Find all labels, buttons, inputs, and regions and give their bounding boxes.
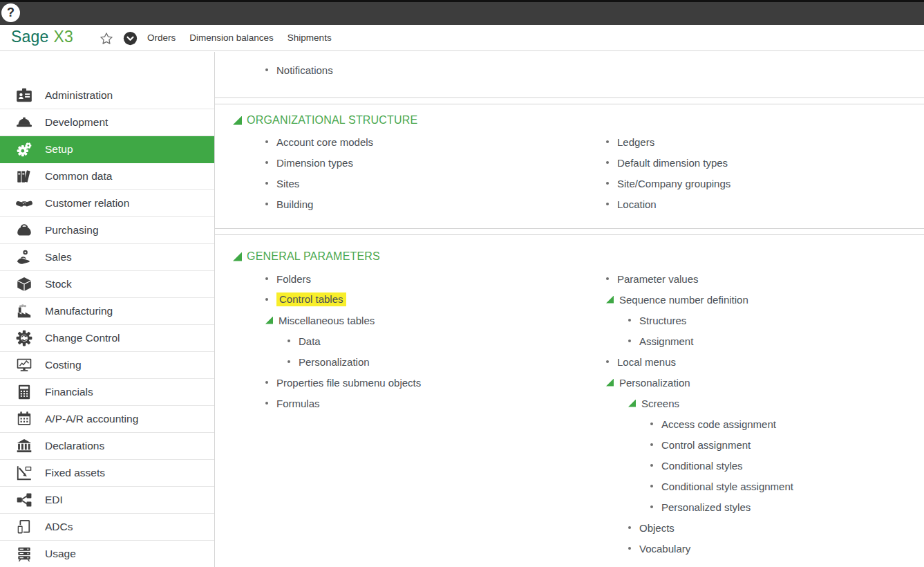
menu-item-properties-file-submenu-objects[interactable]: Properties file submenu objects bbox=[265, 372, 597, 393]
favorites-star-icon[interactable] bbox=[99, 31, 114, 46]
chart-monitor-icon bbox=[14, 355, 35, 375]
expanded-triangle-icon[interactable] bbox=[606, 296, 614, 304]
expanded-triangle-icon[interactable] bbox=[233, 252, 242, 261]
menu-item-data[interactable]: Data bbox=[265, 331, 597, 351]
sidebar-item-development[interactable]: Development bbox=[0, 109, 214, 136]
menu-item-control-tables[interactable]: Control tables bbox=[265, 289, 597, 310]
server-stack-icon bbox=[14, 544, 35, 564]
menu-item-label: Structures bbox=[639, 315, 686, 326]
sidebar-item-stock[interactable]: Stock bbox=[0, 271, 214, 298]
sidebar-item-adcs[interactable]: ADCs bbox=[0, 514, 214, 541]
expanded-triangle-icon[interactable] bbox=[628, 400, 636, 407]
id-badge-icon bbox=[14, 86, 35, 105]
menu-item-sites[interactable]: Sites bbox=[265, 173, 597, 194]
sidebar-item-change-control[interactable]: Change Control bbox=[0, 325, 214, 352]
calendar-icon bbox=[14, 409, 35, 429]
section-column-right: LedgersDefault dimension typesSite/Compa… bbox=[606, 131, 924, 214]
sidebar-item-label: Sales bbox=[45, 251, 72, 263]
sidebar-item-sales[interactable]: Sales bbox=[0, 244, 214, 271]
menu-item-ledgers[interactable]: Ledgers bbox=[606, 131, 924, 152]
sidebar-item-manufacturing[interactable]: Manufacturing bbox=[0, 298, 214, 325]
nav-link-orders[interactable]: Orders bbox=[147, 32, 176, 43]
hard-hat-icon bbox=[14, 113, 35, 132]
bullet-icon bbox=[606, 203, 609, 205]
chevron-down-circle-icon[interactable] bbox=[123, 31, 138, 46]
menu-item-personalized-styles[interactable]: Personalized styles bbox=[606, 496, 924, 517]
section-header-organizational-structure[interactable]: ORGANIZATIONAL STRUCTURE bbox=[215, 113, 924, 128]
sidebar-item-setup[interactable]: Setup bbox=[0, 136, 214, 163]
menu-item-label: Account core models bbox=[276, 136, 373, 148]
menu-item-objects[interactable]: Objects bbox=[606, 517, 924, 538]
bullet-icon bbox=[628, 340, 631, 342]
menu-item-label: Properties file submenu objects bbox=[276, 377, 421, 389]
menu-item-label: Data bbox=[299, 335, 321, 347]
menu-item-account-core-models[interactable]: Account core models bbox=[265, 131, 597, 152]
menu-item-access-code-assignment[interactable]: Access code assignment bbox=[606, 413, 924, 434]
menu-item-local-menus[interactable]: Local menus bbox=[606, 351, 924, 372]
help-button[interactable]: ? bbox=[1, 3, 20, 22]
sidebar-item-a-p-a-r-accounting[interactable]: A/P-A/R accounting bbox=[0, 406, 214, 433]
menu-item-structures[interactable]: Structures bbox=[606, 310, 924, 331]
menu-item-vocabulary[interactable]: Vocabulary bbox=[606, 538, 924, 559]
nav-link-shipments[interactable]: Shipments bbox=[287, 32, 332, 43]
bullet-icon bbox=[650, 443, 653, 446]
menu-item-site-company-groupings[interactable]: Site/Company groupings bbox=[606, 173, 924, 194]
sidebar-item-fixed-assets[interactable]: Fixed assets bbox=[0, 460, 214, 487]
menu-item-folders[interactable]: Folders bbox=[265, 268, 597, 289]
bullet-icon bbox=[606, 277, 609, 280]
menu-item-label: Personalized styles bbox=[661, 501, 751, 513]
section-header-general-parameters[interactable]: GENERAL PARAMETERS bbox=[215, 249, 924, 264]
section-partial: Notifications bbox=[215, 52, 924, 98]
sidebar-item-usage[interactable]: Usage bbox=[0, 541, 214, 567]
menu-item-label: Folders bbox=[276, 273, 311, 285]
sidebar-item-financials[interactable]: Financials bbox=[0, 379, 214, 406]
menu-item-dimension-types[interactable]: Dimension types bbox=[265, 152, 597, 173]
bullet-icon bbox=[287, 360, 290, 363]
menu-item-label: Site/Company groupings bbox=[617, 178, 730, 189]
box-icon bbox=[14, 275, 35, 294]
sidebar-item-edi[interactable]: EDI bbox=[0, 487, 214, 514]
partial-section-items: Notifications bbox=[265, 59, 597, 80]
expanded-triangle-icon[interactable] bbox=[606, 379, 614, 387]
menu-item-label: Building bbox=[276, 198, 313, 210]
menu-item-assignment[interactable]: Assignment bbox=[606, 331, 924, 351]
section-column-left: Account core modelsDimension typesSitesB… bbox=[265, 131, 597, 214]
menu-item-miscellaneous-tables[interactable]: Miscellaneous tables bbox=[265, 310, 597, 331]
bullet-icon bbox=[650, 485, 653, 487]
sidebar-item-declarations[interactable]: Declarations bbox=[0, 433, 214, 460]
sidebar-item-label: Customer relation bbox=[45, 197, 129, 210]
sidebar-item-customer-relation[interactable]: Customer relation bbox=[0, 190, 214, 217]
menu-item-sequence-number-definition[interactable]: Sequence number definition bbox=[606, 289, 924, 310]
menu-item-formulas[interactable]: Formulas bbox=[265, 393, 597, 413]
sidebar: AdministrationDevelopmentSetupCommon dat… bbox=[0, 52, 215, 567]
app-logo[interactable]: SageX3 bbox=[11, 28, 73, 46]
logo-text-primary: Sage bbox=[11, 28, 49, 46]
sidebar-item-common-data[interactable]: Common data bbox=[0, 163, 214, 190]
sidebar-item-label: A/P-A/R accounting bbox=[45, 413, 138, 425]
bullet-icon bbox=[606, 360, 609, 363]
menu-item-personalization[interactable]: Personalization bbox=[265, 351, 597, 372]
expanded-triangle-icon[interactable] bbox=[265, 317, 273, 324]
menu-item-building[interactable]: Building bbox=[265, 194, 597, 214]
bullet-icon bbox=[650, 422, 653, 425]
sidebar-item-administration[interactable]: Administration bbox=[0, 82, 214, 109]
menu-item-personalization[interactable]: Personalization bbox=[606, 372, 924, 393]
sidebar-item-costing[interactable]: Costing bbox=[0, 352, 214, 379]
nav-link-dimension-balances[interactable]: Dimension balances bbox=[189, 32, 274, 43]
logo-text-secondary: X3 bbox=[54, 28, 74, 46]
expanded-triangle-icon[interactable] bbox=[233, 116, 242, 125]
menu-item-parameter-values[interactable]: Parameter values bbox=[606, 268, 924, 289]
menu-item-location[interactable]: Location bbox=[606, 194, 924, 214]
section-organizational-structure: ORGANIZATIONAL STRUCTUREAccount core mod… bbox=[215, 104, 924, 229]
bank-icon bbox=[14, 436, 35, 456]
menu-item-conditional-styles[interactable]: Conditional styles bbox=[606, 455, 924, 476]
bullet-icon bbox=[628, 526, 631, 529]
section-general-parameters: GENERAL PARAMETERSFoldersControl tablesM… bbox=[215, 234, 924, 566]
section-column-right: Parameter valuesSequence number definiti… bbox=[606, 268, 924, 559]
sidebar-item-purchasing[interactable]: Purchasing bbox=[0, 217, 214, 244]
menu-item-control-assignment[interactable]: Control assignment bbox=[606, 434, 924, 455]
menu-item-notifications[interactable]: Notifications bbox=[265, 59, 597, 80]
menu-item-default-dimension-types[interactable]: Default dimension types bbox=[606, 152, 924, 173]
menu-item-conditional-style-assignment[interactable]: Conditional style assignment bbox=[606, 476, 924, 496]
menu-item-screens[interactable]: Screens bbox=[606, 393, 924, 413]
